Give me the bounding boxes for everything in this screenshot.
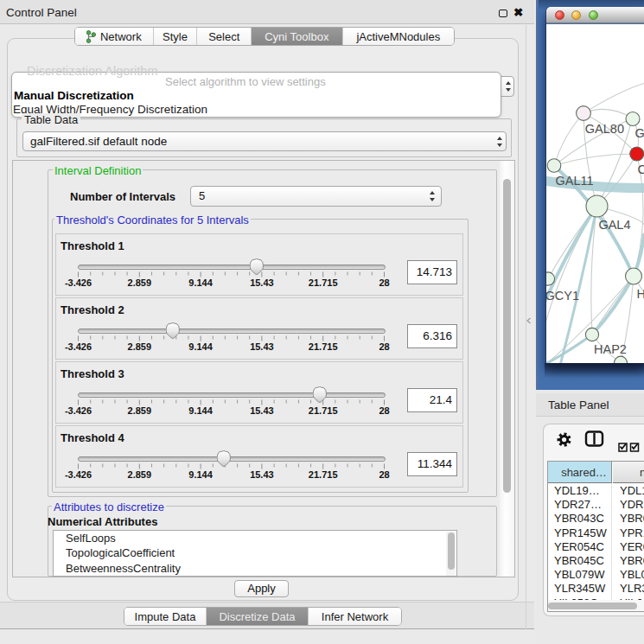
svg-text:GAL80: GAL80 (585, 122, 624, 136)
svg-text:GCY1: GCY1 (546, 289, 579, 303)
svg-text:GAL11: GAL11 (556, 174, 594, 188)
svg-text:G.: G. (635, 126, 644, 140)
svg-text:H: H (637, 287, 644, 301)
svg-text:GAL4: GAL4 (598, 218, 630, 232)
svg-text:C: C (638, 163, 644, 176)
svg-text:HAP2: HAP2 (594, 342, 627, 356)
